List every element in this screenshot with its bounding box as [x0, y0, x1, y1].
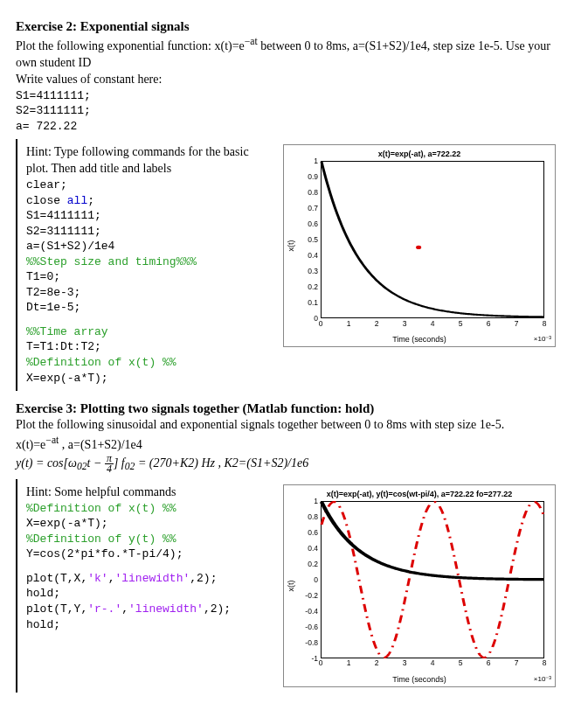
ytick: -0.4 [305, 607, 318, 616]
l02b: all [67, 194, 87, 207]
l02c: ; [87, 194, 94, 207]
ex2-desc1a: Plot the following exponential function:… [16, 39, 245, 52]
ex2-desc1-exp: −at [245, 36, 258, 47]
xtick: 5 [455, 658, 466, 668]
l05: a=(S1+S2)/1e4 [26, 239, 271, 254]
l10: %%Time array [26, 324, 271, 340]
ytick: 0.2 [305, 560, 318, 569]
h3l7b: 'r-.' [87, 602, 121, 616]
l06: %%Step size and timing%%% [26, 254, 271, 270]
h3l4: Y=cos(2*pi*fo.*T-pi/4); [26, 546, 271, 562]
ytick: 0.6 [305, 528, 318, 538]
ytick: 0 [305, 575, 318, 585]
chart1-plotarea [321, 161, 544, 318]
h3l8: hold; [26, 617, 271, 633]
ytick: 0.8 [305, 188, 318, 198]
s1-line: S1=4111111; [16, 88, 572, 104]
chart2-ylabel: x(t) [286, 580, 296, 591]
ytick: 0.2 [305, 282, 318, 292]
eq1a: x(t)=e [16, 438, 45, 451]
h3l7c: , [121, 602, 128, 616]
xtick: 3 [399, 319, 410, 329]
eq2sub2: 02 [125, 461, 135, 472]
eq2c: = (270+K2) Hz , K2=(S1+S2)/1e6 [135, 456, 308, 469]
l01: clear; [26, 178, 271, 193]
xtick: 7 [511, 319, 522, 329]
h3l7e: ,2); [204, 602, 231, 616]
ytick: 0.1 [305, 298, 318, 308]
h3l2: X=exp(-a*T); [26, 516, 271, 532]
ytick: 0.4 [305, 544, 318, 553]
h3l3: %Definition of y(t) %% [26, 532, 271, 547]
eq2b: ] f [114, 456, 125, 469]
s2-line: S2=3111111; [16, 103, 572, 119]
xtick: 4 [427, 658, 438, 668]
eq2mid: t − [87, 456, 105, 469]
chart1-marker [416, 246, 421, 249]
l04: S2=3111111; [26, 224, 271, 240]
hint2-intro: Hint: Type following commands for the ba… [26, 144, 271, 178]
ex3-eq1: x(t)=e−at , a=(S1+S2)/1e4 [16, 434, 572, 454]
ex2-title: Exercise 2: Exponential signals [16, 17, 572, 35]
a-line: a= 722.22 [16, 119, 572, 135]
chart1-svg [322, 162, 543, 317]
h3l1: %Definition of x(t) %% [26, 501, 271, 517]
ytick: -0.6 [305, 623, 318, 632]
eq2pre: y(t) = cos[ω [16, 456, 77, 469]
exp-curve-1 [322, 162, 543, 317]
h3l5e: ,2); [190, 572, 217, 585]
xtick: 8 [539, 319, 550, 329]
ytick: -0.8 [305, 638, 318, 648]
xtick: 6 [483, 658, 494, 668]
ytick: 1 [305, 157, 318, 166]
l11: T=T1:Dt:T2; [26, 339, 271, 355]
ytick: 1 [305, 497, 318, 506]
ytick: 0.7 [305, 204, 318, 213]
xtick: 0 [315, 319, 326, 329]
l08: T2=8e-3; [26, 285, 271, 301]
l03: S1=4111111; [26, 208, 271, 224]
xtick: 7 [511, 658, 522, 668]
eq2sub1: 02 [77, 461, 87, 472]
h3l5d: 'linewidth' [114, 572, 190, 585]
l07: T1=0; [26, 269, 271, 285]
hint2-block: Hint: Type following commands for the ba… [16, 139, 572, 391]
chart2-plotarea [321, 501, 544, 658]
xtick: 5 [455, 319, 466, 329]
ex3-eq2: y(t) = cos[ω02t − π4] f02 = (270+K2) Hz … [16, 454, 572, 474]
h3l6: hold; [26, 586, 271, 602]
ex3-title: Exercise 3: Plotting two signals togethe… [16, 400, 572, 417]
h3l5: plot(T,X,'k','linewidth',2); [26, 571, 271, 587]
xtick: 3 [399, 658, 410, 668]
ytick: 0.8 [305, 512, 318, 522]
l02: close all; [26, 193, 271, 209]
eq2-frac: π4 [105, 454, 114, 474]
eq1-exp: −at [45, 435, 59, 446]
code3: %Definition of x(t) %% X=exp(-a*T); %Def… [26, 501, 271, 632]
ex3-desc: Plot the following sinusoidal and expone… [16, 417, 572, 434]
ytick: 0.4 [305, 251, 318, 261]
h3l5a: plot(T,X, [26, 572, 87, 585]
chart1-xlabel: Time (seconds) [284, 334, 555, 345]
h3l7a: plot(T,Y, [26, 602, 87, 616]
chart2-svg [322, 502, 543, 658]
eq2fracd: 4 [105, 464, 114, 474]
code2: clear; close all; S1=4111111; S2=3111111… [26, 178, 271, 386]
xtick: 8 [539, 658, 550, 668]
xtick: 2 [371, 658, 382, 668]
l09: Dt=1e-5; [26, 300, 271, 316]
chart2-title: x(t)=exp(-at), y(t)=cos(wt-pi/4), a=722.… [284, 485, 555, 501]
chart2: x(t)=exp(-at), y(t)=cos(wt-pi/4), a=722.… [283, 484, 556, 687]
ytick: -0.2 [305, 591, 318, 601]
hint3-intro: Hint: Some helpful commands [26, 484, 271, 501]
l02a: close [26, 194, 67, 207]
ex2-desc2: Write values of constant here: [16, 72, 572, 88]
ytick: 0.5 [305, 235, 318, 245]
l13: X=exp(-a*T); [26, 371, 271, 386]
xtick: 6 [483, 319, 494, 329]
ytick: 0.3 [305, 267, 318, 276]
xtick: 2 [371, 319, 382, 329]
chart1-ylabel: x(t) [286, 240, 296, 252]
h3l7: plot(T,Y,'r-.','linewidth',2); [26, 602, 271, 617]
exp-curve-2 [322, 502, 543, 580]
